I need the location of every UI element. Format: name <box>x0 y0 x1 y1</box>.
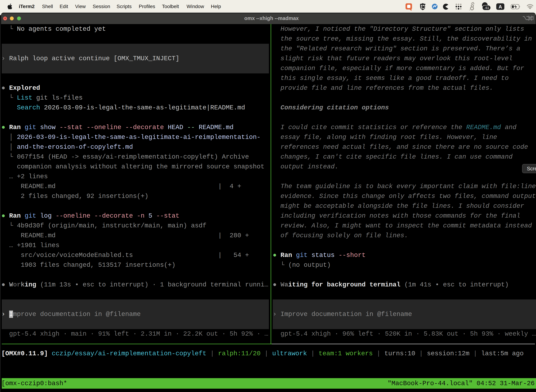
svg-text:A: A <box>498 4 502 9</box>
svg-text:..61: ..61 <box>483 6 489 10</box>
